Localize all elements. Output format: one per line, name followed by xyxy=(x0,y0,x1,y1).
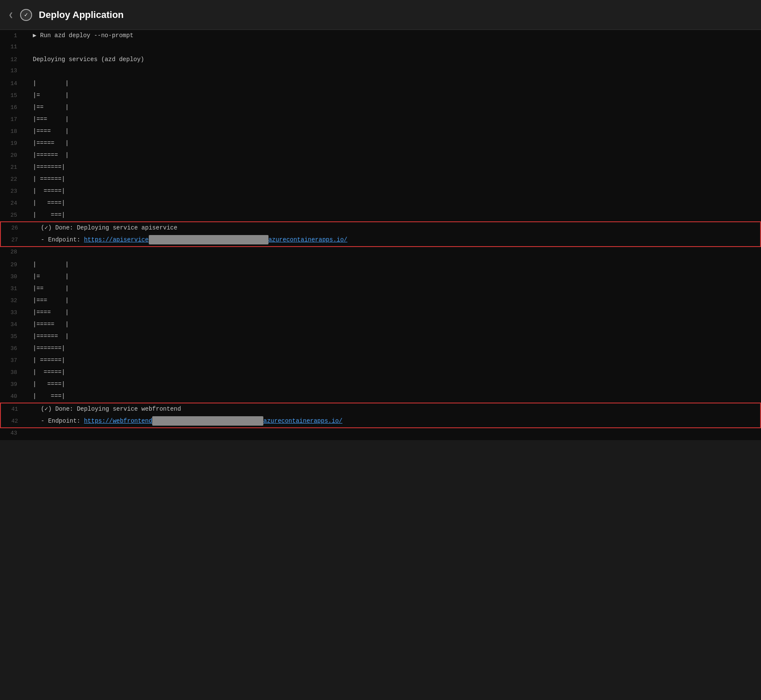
line-number: 20 xyxy=(0,151,26,160)
log-line: 39 | ====| xyxy=(0,379,761,391)
line-number: 39 xyxy=(0,380,26,389)
line-text: (✓) Done: Deploying service apiservice xyxy=(27,223,177,232)
line-text: |===== | xyxy=(26,320,69,329)
line-text: | ======| xyxy=(26,356,65,365)
log-line: 34 |===== | xyxy=(0,319,761,331)
log-line: 38 | =====| xyxy=(0,367,761,379)
line-number: 31 xyxy=(0,285,26,294)
line-number: 32 xyxy=(0,297,26,306)
line-text: |== | xyxy=(26,103,69,112)
line-text: (✓) Done: Deploying service webfrontend xyxy=(27,404,181,414)
line-number: 18 xyxy=(0,127,26,136)
log-line: 41 (✓) Done: Deploying service webfronte… xyxy=(1,403,760,415)
redacted-text xyxy=(149,235,268,244)
line-text: |=======| xyxy=(26,162,65,172)
line-text: | | xyxy=(26,260,69,269)
log-line: 1 ▶ Run azd deploy --no-prompt xyxy=(0,30,761,42)
log-line: 37 | ======| xyxy=(0,355,761,367)
line-text: |=======| xyxy=(26,344,65,353)
line-text: |== | xyxy=(26,284,69,293)
line-text: | ====| xyxy=(26,379,65,389)
line-number: 40 xyxy=(0,392,26,401)
line-text: | | xyxy=(26,79,69,88)
redacted-text xyxy=(152,416,263,426)
log-line: 11 xyxy=(0,42,761,54)
line-number: 36 xyxy=(0,344,26,353)
log-line: 23 | =====| xyxy=(0,185,761,197)
log-line: 21 |=======| xyxy=(0,162,761,174)
log-line: 15 |= | xyxy=(0,90,761,102)
endpoint-link[interactable]: https://apiservice xyxy=(84,236,148,243)
log-line: 36 |=======| xyxy=(0,343,761,355)
page-title: Deploy Application xyxy=(39,9,124,21)
line-number: 16 xyxy=(0,103,26,112)
log-line: 31 |== | xyxy=(0,283,761,295)
line-text: | =====| xyxy=(26,368,65,377)
log-line: 35 |====== | xyxy=(0,331,761,343)
log-line: 16 |== | xyxy=(0,102,761,114)
line-number: 27 xyxy=(1,236,27,245)
log-line: 19 |===== | xyxy=(0,138,761,150)
line-text: |= | xyxy=(26,272,69,281)
log-line: 26 (✓) Done: Deploying service apiservic… xyxy=(1,222,760,234)
line-number: 22 xyxy=(0,175,26,184)
line-number: 38 xyxy=(0,368,26,377)
log-line: 20 |====== | xyxy=(0,150,761,162)
line-number: 13 xyxy=(0,67,26,76)
log-line: 30 |= | xyxy=(0,271,761,283)
log-line: 17 |=== | xyxy=(0,114,761,126)
line-number: 11 xyxy=(0,43,26,52)
line-number: 41 xyxy=(1,405,27,414)
line-number: 14 xyxy=(0,79,26,88)
log-line: 12 Deploying services (azd deploy) xyxy=(0,54,761,66)
line-number: 21 xyxy=(0,163,26,172)
line-text: | ===| xyxy=(26,391,65,401)
line-number: 24 xyxy=(0,199,26,208)
line-number: 23 xyxy=(0,187,26,196)
endpoint-link[interactable]: https://webfrontend xyxy=(84,418,152,424)
line-text: |==== | xyxy=(26,308,69,317)
line-text: |====== | xyxy=(26,332,69,341)
line-number: 30 xyxy=(0,273,26,282)
line-number: 12 xyxy=(0,56,26,65)
line-text: | ====| xyxy=(26,198,65,208)
log-line: 27 - Endpoint: https://apiservice azurec… xyxy=(1,234,760,246)
line-number: 28 xyxy=(0,248,26,257)
log-content: 1 ▶ Run azd deploy --no-prompt1112 Deplo… xyxy=(0,30,761,440)
log-line: 28 xyxy=(0,247,761,259)
line-text: |= | xyxy=(26,91,69,100)
success-check-icon: ✓ xyxy=(20,9,32,21)
line-text: |=== | xyxy=(26,296,69,305)
log-line: 24 | ====| xyxy=(0,197,761,209)
line-number: 33 xyxy=(0,309,26,318)
line-text: |=== | xyxy=(26,115,69,124)
line-text: | =====| xyxy=(26,186,65,196)
highlight-group: 41 (✓) Done: Deploying service webfronte… xyxy=(0,403,761,428)
line-text: Deploying services (azd deploy) xyxy=(26,55,144,64)
log-line: 18 |==== | xyxy=(0,126,761,138)
line-number: 19 xyxy=(0,139,26,148)
log-line: 13 xyxy=(0,66,761,78)
line-number: 37 xyxy=(0,356,26,365)
line-number: 25 xyxy=(0,211,26,220)
line-number: 17 xyxy=(0,115,26,124)
log-line: 40 | ===| xyxy=(0,391,761,403)
log-line: 14 | | xyxy=(0,78,761,90)
line-text: ▶ Run azd deploy --no-prompt xyxy=(26,31,133,40)
line-text: | ======| xyxy=(26,174,65,184)
line-text: |===== | xyxy=(26,138,69,148)
line-number: 34 xyxy=(0,321,26,329)
highlight-group: 26 (✓) Done: Deploying service apiservic… xyxy=(0,221,761,247)
line-number: 43 xyxy=(0,429,26,438)
line-text: |==== | xyxy=(26,126,69,136)
log-line: 29 | | xyxy=(0,259,761,271)
line-number: 29 xyxy=(0,261,26,270)
log-line: 32 |=== | xyxy=(0,295,761,307)
log-line: 43 xyxy=(0,428,761,440)
chevron-down-icon[interactable]: ❮ xyxy=(9,10,13,20)
log-line: 22 | ======| xyxy=(0,174,761,185)
line-number: 1 xyxy=(0,32,26,41)
line-number: 35 xyxy=(0,332,26,341)
deploy-header: ❮ ✓ Deploy Application xyxy=(0,0,761,30)
line-text: |====== | xyxy=(26,150,69,160)
